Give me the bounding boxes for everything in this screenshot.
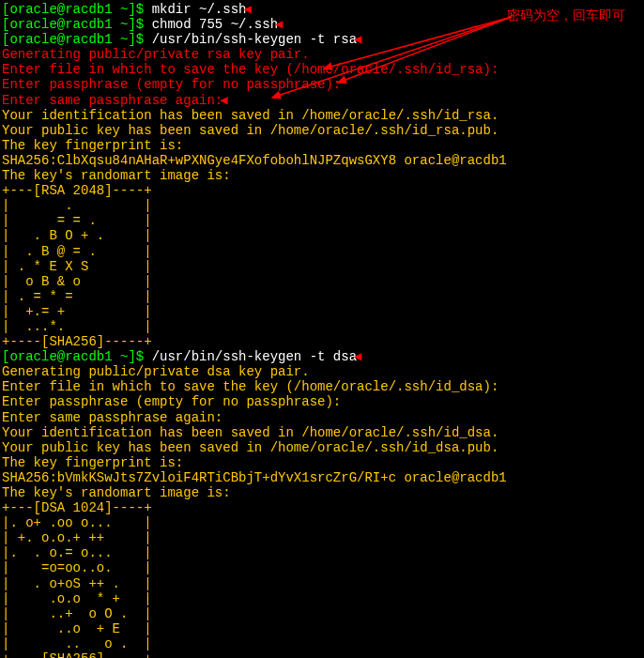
command-mkdir: mkdir ~/.ssh [152, 2, 247, 17]
randomart-line: |. o+ .oo o... | [2, 515, 642, 530]
randomart-line: | . B O + . | [2, 228, 642, 243]
marker-icon: ◀ [243, 3, 251, 16]
prompt: [oracle@racdb1 ~]$ [2, 349, 152, 364]
output-line: Your public key has been saved in /home/… [2, 440, 642, 455]
output-line: Generating public/private rsa key pair. [2, 47, 642, 62]
output-line: Enter passphrase (empty for no passphras… [2, 394, 642, 409]
marker-icon: ◀ [275, 18, 283, 31]
randomart-line: | . * E X S | [2, 259, 642, 274]
randomart-line: | =o=oo..o. | [2, 560, 642, 575]
marker-icon: ◀ [354, 350, 361, 363]
output-line: SHA256:bVmkKSwJts7ZvloiF4RTiCBbjT+dYvX1s… [2, 470, 642, 485]
output-line: Your identification has been saved in /h… [2, 108, 642, 123]
output-line: Enter same passphrase again: [2, 410, 642, 425]
output-line: Your public key has been saved in /home/… [2, 123, 642, 138]
randomart-line: | . B @ = . | [2, 244, 642, 259]
marker-icon: ◀ [354, 33, 361, 46]
path-id-rsa: /home/oracle/.ssh/id_rsa [294, 62, 483, 77]
randomart-line: +----[SHA256]-----+ [2, 334, 642, 349]
output-line: The key fingerprint is: [2, 138, 642, 153]
randomart-line: | = = . | [2, 213, 642, 228]
randomart-line: | .. o . | [2, 636, 642, 651]
output-line: Enter same passphrase again: [2, 93, 222, 108]
command-chmod: chmod 755 ~/.ssh [152, 17, 278, 32]
output-line: Enter file in which to save the key ( [2, 62, 294, 77]
randomart-line: |. . o.= o... | [2, 545, 642, 560]
marker-icon: ◀ [220, 94, 227, 107]
randomart-line: | ..o + E | [2, 621, 642, 636]
randomart-line: | ...*. | [2, 319, 642, 334]
prompt: [oracle@racdb1 ~]$ [2, 32, 152, 47]
output-line: Enter file in which to save the key (/ho… [2, 379, 642, 394]
randomart-line: +---[RSA 2048]----+ [2, 183, 642, 198]
output-line: Your identification has been saved in /h… [2, 425, 642, 440]
randomart-line: | +. o.o.+ ++ | [2, 530, 642, 545]
randomart-line: +---[DSA 1024]----+ [2, 500, 642, 515]
output-line: Generating public/private dsa key pair. [2, 364, 642, 379]
randomart-line: | . o+oS ++ . | [2, 576, 642, 591]
randomart-line: | +.= + | [2, 304, 642, 319]
output-line: ): [483, 62, 499, 77]
annotation-text: 密码为空，回车即可 [507, 8, 625, 23]
terminal[interactable]: [oracle@racdb1 ~]$ mkdir ~/.ssh◀ [oracle… [2, 2, 642, 658]
command-keygen-dsa: /usr/bin/ssh-keygen -t dsa [152, 349, 357, 364]
prompt: [oracle@racdb1 ~]$ [2, 17, 152, 32]
output-line: Enter passphrase (empty for no passphras… [2, 77, 642, 92]
output-line: SHA256:ClbXqsu84nAHaR+wPXNGye4FXofobohlN… [2, 153, 642, 168]
command-keygen-rsa: /usr/bin/ssh-keygen -t rsa [152, 32, 357, 47]
randomart-line: | o B & o | [2, 274, 642, 289]
randomart-line: | . | [2, 198, 642, 213]
output-line: The key fingerprint is: [2, 455, 642, 470]
randomart-line: +----[SHA256]-----+ [2, 651, 642, 658]
output-line: The key's randomart image is: [2, 485, 642, 500]
randomart-line: | ..+ o O . | [2, 606, 642, 621]
randomart-line: | .o.o * + | [2, 591, 642, 606]
prompt: [oracle@racdb1 ~]$ [2, 2, 152, 17]
randomart-line: | . = * = | [2, 289, 642, 304]
output-line: The key's randomart image is: [2, 168, 642, 183]
